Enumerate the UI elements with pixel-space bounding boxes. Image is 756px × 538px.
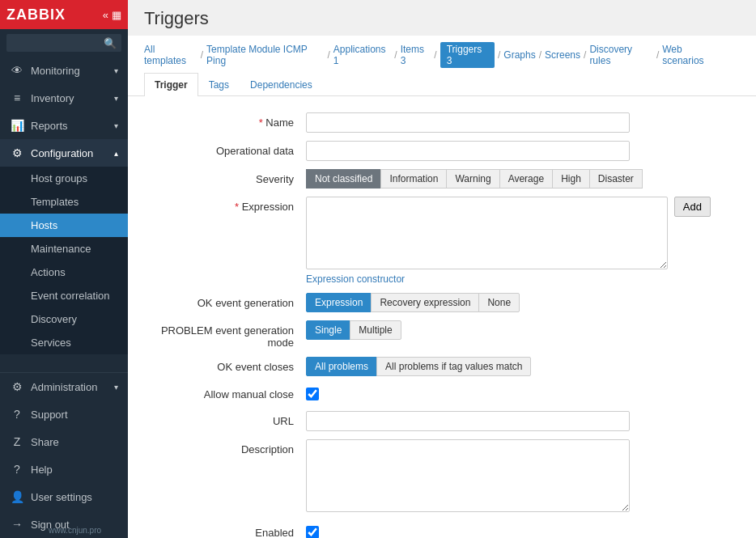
problem-event-group: Single Multiple — [306, 320, 711, 340]
url-input[interactable] — [306, 411, 630, 431]
url-field-wrapper — [306, 411, 711, 431]
search-icon: 🔍 — [104, 37, 117, 49]
expression-wrapper: Add — [306, 197, 711, 269]
ok-event-group-wrapper: Expression Recovery expression None — [306, 293, 711, 312]
form-row-ok-event: OK event generation Expression Recovery … — [144, 293, 732, 312]
ok-closes-all-problems[interactable]: All problems — [306, 357, 377, 376]
operational-data-input[interactable] — [306, 141, 630, 161]
tab-trigger[interactable]: Trigger — [144, 73, 198, 96]
breadcrumb-graphs[interactable]: Graphs — [503, 49, 535, 61]
breadcrumb-all-templates[interactable]: All templates — [144, 44, 197, 66]
sidebar-item-discovery[interactable]: Discovery — [0, 307, 128, 331]
severity-not-classified[interactable]: Not classified — [306, 169, 381, 189]
sidebar-item-templates[interactable]: Templates — [0, 190, 128, 214]
breadcrumb-items[interactable]: Items 3 — [401, 44, 431, 66]
sidebar: ZABBIX « ▦ 🔍 👁 Monitoring ▾ ≡ Inventory … — [0, 0, 128, 538]
expression-textarea[interactable] — [306, 197, 668, 269]
nav-item-help[interactable]: ? Help — [0, 455, 128, 483]
enabled-checkbox[interactable] — [306, 526, 319, 538]
nav-item-support[interactable]: ? Support — [0, 400, 128, 428]
nav-reports[interactable]: 📊 Reports ▾ — [0, 112, 128, 139]
severity-warning[interactable]: Warning — [446, 169, 499, 189]
ok-closes-tag-match[interactable]: All problems if tag values match — [376, 357, 531, 376]
form-row-manual-close: Allow manual close — [144, 384, 732, 403]
nav-item-share[interactable]: Z Share — [0, 428, 128, 455]
nav-item-sign-out[interactable]: → Sign out — [0, 510, 128, 538]
sidebar-item-host-groups[interactable]: Host groups — [0, 167, 128, 190]
administration-icon: ⚙ — [10, 380, 24, 393]
form-row-operational-data: Operational data — [144, 141, 732, 161]
severity-high[interactable]: High — [552, 169, 590, 189]
severity-average[interactable]: Average — [499, 169, 553, 189]
sidebar-item-maintenance[interactable]: Maintenance — [0, 237, 128, 261]
nav-label-share: Share — [31, 436, 59, 448]
sidebar-bottom: ⚙ Administration ▾ ? Support Z Share ? H… — [0, 372, 128, 538]
nav-item-user-settings[interactable]: 👤 User settings — [0, 483, 128, 510]
nav-item-configuration[interactable]: ⚙ Configuration ▴ — [0, 139, 128, 167]
administration-arrow: ▾ — [114, 383, 118, 392]
breadcrumb-triggers-active: Triggers 3 — [440, 42, 495, 68]
ok-event-expression[interactable]: Expression — [306, 293, 372, 312]
ok-closes-label: OK event closes — [144, 357, 306, 373]
help-icon: ? — [10, 463, 24, 476]
config-submenu: Host groups Templates Hosts Maintenance … — [0, 167, 128, 354]
tab-dependencies[interactable]: Dependencies — [240, 73, 323, 96]
ok-event-recovery[interactable]: Recovery expression — [371, 293, 479, 312]
description-textarea[interactable] — [306, 439, 630, 512]
breadcrumb-web-scenarios[interactable]: Web scenarios — [662, 44, 724, 66]
form-content: Name Operational data Severity Not class… — [128, 96, 756, 538]
tab-tags[interactable]: Tags — [198, 73, 240, 96]
collapse-icons: « ▦ — [103, 9, 121, 21]
expression-constructor-link[interactable]: Expression constructor — [306, 273, 405, 285]
sidebar-item-actions[interactable]: Actions — [0, 261, 128, 284]
problem-event-single[interactable]: Single — [306, 320, 350, 340]
expression-add-button[interactable]: Add — [674, 197, 711, 217]
main-content: Triggers All templates / Template Module… — [128, 0, 756, 538]
nav-inventory[interactable]: ≡ Inventory ▾ — [0, 84, 128, 112]
nav-label-reports: Reports — [31, 120, 68, 132]
nav-item-administration[interactable]: ⚙ Administration ▾ — [0, 373, 128, 400]
form-row-url: URL — [144, 411, 732, 431]
breadcrumb-template-module[interactable]: Template Module ICMP Ping — [206, 44, 324, 66]
share-icon: Z — [10, 435, 24, 448]
menu-icon[interactable]: ▦ — [112, 9, 121, 21]
configuration-arrow: ▴ — [114, 149, 118, 158]
url-label: URL — [144, 411, 306, 427]
form-row-name: Name — [144, 112, 732, 133]
sidebar-item-hosts[interactable]: Hosts — [0, 214, 128, 237]
severity-disaster[interactable]: Disaster — [589, 169, 643, 189]
nav-label-support: Support — [31, 409, 68, 421]
nav-item-inventory[interactable]: ≡ Inventory ▾ — [0, 84, 128, 112]
ok-event-group: Expression Recovery expression None — [306, 293, 711, 312]
expression-label: Expression — [144, 197, 306, 213]
severity-information[interactable]: Information — [380, 169, 447, 189]
form-row-severity: Severity Not classified Information Warn… — [144, 169, 732, 189]
problem-event-multiple[interactable]: Multiple — [350, 320, 401, 340]
manual-close-wrapper — [306, 384, 711, 403]
nav-item-monitoring[interactable]: 👁 Monitoring ▾ — [0, 57, 128, 84]
name-input[interactable] — [306, 112, 630, 133]
form-row-description: Description — [144, 439, 732, 515]
form-row-problem-event: PROBLEM event generation mode Single Mul… — [144, 320, 732, 349]
collapse-left-icon[interactable]: « — [103, 9, 108, 21]
ok-event-none[interactable]: None — [478, 293, 520, 312]
severity-label: Severity — [144, 169, 306, 185]
severity-group: Not classified Information Warning Avera… — [306, 169, 711, 189]
breadcrumb-applications[interactable]: Applications 1 — [333, 44, 392, 66]
description-field-wrapper — [306, 439, 711, 515]
nav-monitoring[interactable]: 👁 Monitoring ▾ — [0, 57, 128, 84]
enabled-label: Enabled — [144, 523, 306, 538]
sidebar-item-services[interactable]: Services — [0, 331, 128, 354]
tabs-bar: Trigger Tags Dependencies — [128, 73, 740, 95]
nav-label-inventory: Inventory — [31, 92, 74, 104]
enabled-wrapper — [306, 523, 711, 538]
sidebar-item-event-correlation[interactable]: Event correlation — [0, 284, 128, 307]
nav-label-sign-out: Sign out — [31, 519, 70, 531]
nav-configuration[interactable]: ⚙ Configuration ▴ Host groups Templates … — [0, 139, 128, 354]
search-bar: 🔍 — [0, 29, 128, 57]
breadcrumb-screens[interactable]: Screens — [545, 49, 580, 61]
nav-label-configuration: Configuration — [31, 147, 93, 159]
manual-close-checkbox[interactable] — [306, 388, 319, 400]
nav-item-reports[interactable]: 📊 Reports ▾ — [0, 112, 128, 139]
breadcrumb-discovery-rules[interactable]: Discovery rules — [589, 44, 653, 66]
